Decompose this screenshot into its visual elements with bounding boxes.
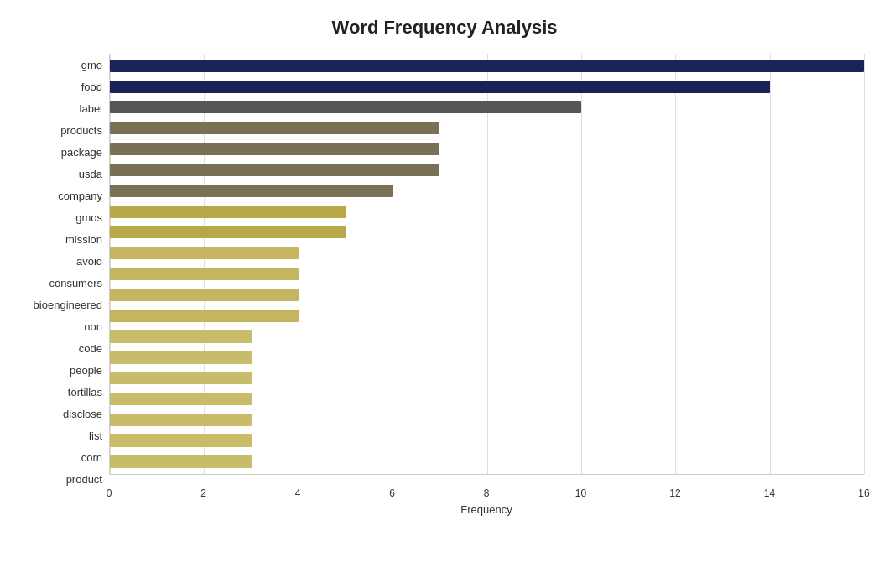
y-axis-labels: gmofoodlabelproductspackageusdacompanygm…: [25, 54, 109, 516]
bar-gmo: [110, 60, 864, 72]
x-tick-6: 6: [389, 487, 395, 499]
bar-row-list: [110, 409, 864, 430]
x-axis-label: Frequency: [109, 503, 864, 516]
y-label-mission: mission: [25, 228, 102, 250]
bar-row-disclose: [110, 389, 864, 410]
bars-area: [109, 54, 864, 474]
bar-mission: [110, 226, 346, 239]
y-label-food: food: [25, 75, 102, 97]
bar-row-non: [110, 305, 864, 326]
y-label-product: product: [25, 469, 102, 491]
bar-row-mission: [110, 222, 864, 243]
y-label-label: label: [25, 97, 102, 119]
bar-row-gmo: [110, 55, 864, 76]
chart-area: gmofoodlabelproductspackageusdacompanygm…: [25, 54, 864, 516]
x-tick-4: 4: [295, 487, 301, 499]
y-label-usda: usda: [25, 163, 102, 185]
x-tick-8: 8: [484, 487, 490, 499]
y-label-avoid: avoid: [25, 250, 102, 272]
x-tick-10: 10: [575, 487, 586, 499]
bar-food: [110, 81, 770, 93]
x-tick-16: 16: [858, 487, 869, 499]
bar-usda: [110, 164, 439, 176]
chart-title: Word Frequency Analysis: [25, 17, 864, 39]
bar-gmos: [110, 206, 346, 218]
y-label-consumers: consumers: [25, 272, 102, 294]
bar-people: [110, 351, 252, 364]
y-label-tortillas: tortillas: [25, 382, 102, 403]
bar-list: [110, 414, 252, 426]
bar-products: [110, 122, 439, 135]
y-label-package: package: [25, 141, 102, 163]
x-tick-14: 14: [764, 487, 775, 499]
bar-row-tortillas: [110, 368, 864, 389]
bar-row-people: [110, 347, 864, 368]
bar-corn: [110, 434, 252, 447]
y-label-code: code: [25, 338, 102, 360]
bar-row-company: [110, 180, 864, 201]
bar-row-consumers: [110, 263, 864, 284]
y-label-list: list: [25, 425, 102, 447]
bar-row-bioengineered: [110, 284, 864, 305]
bar-row-package: [110, 138, 864, 159]
bar-row-label: [110, 97, 864, 118]
bar-row-gmos: [110, 201, 864, 222]
bar-non: [110, 310, 299, 322]
bar-company: [110, 185, 393, 197]
bar-label: [110, 101, 581, 114]
y-label-products: products: [25, 119, 102, 141]
y-label-bioengineered: bioengineered: [25, 294, 102, 316]
bar-disclose: [110, 393, 252, 406]
bar-row-code: [110, 326, 864, 347]
bar-package: [110, 143, 439, 156]
bar-code: [110, 330, 252, 343]
bar-row-avoid: [110, 243, 864, 264]
y-label-people: people: [25, 360, 102, 382]
x-tick-0: 0: [107, 487, 112, 499]
x-axis: 0246810121416: [109, 474, 864, 499]
y-label-gmo: gmo: [25, 54, 102, 75]
bar-bioengineered: [110, 289, 299, 301]
y-label-corn: corn: [25, 447, 102, 469]
x-tick-2: 2: [200, 487, 206, 499]
grid-line-16: [864, 54, 865, 474]
y-label-disclose: disclose: [25, 403, 102, 425]
y-label-company: company: [25, 185, 102, 206]
bars-and-xaxis: 0246810121416 Frequency: [109, 54, 864, 516]
bar-avoid: [110, 247, 299, 260]
bar-row-food: [110, 76, 864, 97]
bar-tortillas: [110, 372, 252, 385]
bar-consumers: [110, 268, 299, 281]
bar-product: [110, 455, 252, 468]
bar-row-products: [110, 118, 864, 139]
y-label-gmos: gmos: [25, 206, 102, 228]
x-tick-12: 12: [669, 487, 680, 499]
chart-container: Word Frequency Analysis gmofoodlabelprod…: [0, 0, 889, 588]
bar-row-usda: [110, 159, 864, 180]
bar-row-product: [110, 451, 864, 472]
bar-row-corn: [110, 430, 864, 451]
y-label-non: non: [25, 316, 102, 338]
